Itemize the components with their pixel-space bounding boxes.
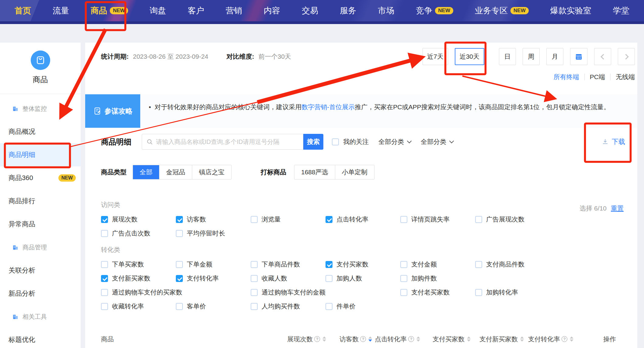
sort-control[interactable]: [520, 336, 524, 342]
table-header-visitors[interactable]: 访客数: [339, 330, 372, 348]
range-button-month[interactable]: 月: [546, 48, 563, 65]
range-button-7d[interactable]: 近7天: [423, 48, 448, 65]
nav-item-academy[interactable]: 学堂: [613, 5, 629, 16]
checkbox-icon: [325, 261, 332, 268]
metric-checkbox[interactable]: 点击转化率: [325, 215, 400, 224]
calendar-button[interactable]: [570, 48, 587, 65]
type-option-all[interactable]: 全部: [133, 165, 159, 179]
nav-item-business-zone[interactable]: 业务专区NEW: [475, 5, 529, 16]
metric-checkbox[interactable]: 展现次数: [101, 215, 176, 224]
sidebar-item-product-ranking[interactable]: 商品排行: [0, 190, 81, 213]
sidebar-item-product-360[interactable]: 商品360NEW: [0, 166, 81, 190]
table-header-impressions[interactable]: 展现次数: [287, 330, 326, 348]
metric-checkbox[interactable]: 平均停留时长: [176, 229, 251, 238]
nav-label: 首页: [15, 5, 31, 16]
sidebar-item-association-analysis[interactable]: 关联分析: [0, 259, 81, 282]
nav-item-service[interactable]: 服务: [340, 5, 356, 16]
nav-item-transactions[interactable]: 交易: [302, 5, 318, 16]
sidebar-group-product-management[interactable]: 商品管理: [0, 236, 81, 259]
nav-item-content[interactable]: 内容: [264, 5, 280, 16]
metric-checkbox[interactable]: 浏览量: [251, 215, 325, 224]
metric-checkbox[interactable]: 广告点击次数: [101, 229, 176, 238]
nav-item-market[interactable]: 市场: [378, 5, 394, 16]
metric-checkbox[interactable]: 支付转化率: [176, 274, 251, 283]
type-option-gold-crown[interactable]: 金冠品: [159, 165, 192, 179]
tag-option-1688-selected[interactable]: 1688严选: [294, 165, 335, 179]
digital-marketing-link[interactable]: 数字营销-首位展示: [301, 103, 355, 110]
range-button-week[interactable]: 周: [523, 48, 540, 65]
help-icon[interactable]: [562, 336, 567, 342]
period-value: 2023-08-26 至 2023-09-24: [133, 52, 208, 61]
download-button[interactable]: 下载: [601, 137, 625, 146]
sidebar-group-related-tools[interactable]: 相关工具: [0, 305, 81, 328]
metric-checkbox[interactable]: 加购转化率: [475, 288, 550, 297]
metric-checkbox[interactable]: 支付商品件数: [475, 260, 550, 269]
sidebar-item-product-detail[interactable]: 商品明细: [0, 143, 81, 166]
metric-checkbox[interactable]: 加购人数: [325, 274, 400, 283]
range-button-day[interactable]: 日: [499, 48, 516, 65]
terminal-pc[interactable]: PC端: [584, 74, 610, 80]
metric-checkbox[interactable]: 访客数: [176, 215, 251, 224]
nav-item-traffic[interactable]: 流量: [53, 5, 69, 16]
nav-item-inquiries[interactable]: 询盘: [150, 5, 166, 16]
nav-item-marketing[interactable]: 营销: [226, 5, 242, 16]
nav-item-customers[interactable]: 客户: [188, 5, 204, 16]
help-icon[interactable]: [314, 336, 320, 342]
metric-checkbox[interactable]: 支付金额: [400, 260, 475, 269]
category-select-2[interactable]: 全部分类: [421, 137, 453, 146]
nav-item-home[interactable]: 首页: [15, 5, 31, 16]
next-page-button[interactable]: [618, 48, 635, 65]
metric-checkbox[interactable]: 支付新买家数: [101, 274, 176, 283]
nav-item-products[interactable]: 商品NEW: [91, 5, 128, 16]
metric-checkbox[interactable]: 下单商品件数: [251, 260, 325, 269]
prev-page-button[interactable]: [594, 48, 611, 65]
search-input[interactable]: [156, 138, 296, 145]
table-header-paying-buyers[interactable]: 支付买家数: [433, 330, 471, 348]
table-header-new-paying-buyers[interactable]: 支付新买家数: [479, 330, 524, 348]
type-option-shop-treasure[interactable]: 镇店之宝: [192, 165, 231, 179]
tag-option-small-order[interactable]: 小单定制: [335, 165, 374, 179]
sort-control[interactable]: [322, 336, 326, 342]
column-label: 操作: [603, 335, 616, 343]
metric-checkbox[interactable]: 收藏人数: [251, 274, 325, 283]
metric-checkbox[interactable]: 支付老买家数: [400, 288, 475, 297]
sort-control[interactable]: [570, 336, 573, 342]
metric-checkbox[interactable]: 客单价: [176, 302, 251, 311]
sort-control[interactable]: [416, 336, 420, 342]
metric-checkbox[interactable]: 件单价: [325, 302, 400, 311]
metric-checkbox[interactable]: 下单金额: [176, 260, 251, 269]
metric-checkbox[interactable]: 支付买家数: [325, 260, 400, 269]
nav-item-hot-lab[interactable]: 爆款实验室: [550, 5, 591, 16]
category-select-1[interactable]: 全部分类: [378, 137, 411, 146]
metric-label: 件单价: [336, 302, 356, 311]
metric-checkbox[interactable]: 详情页跳失率: [400, 215, 475, 224]
search-button[interactable]: 搜索: [303, 134, 323, 150]
metric-checkbox[interactable]: 下单买家数: [101, 260, 176, 269]
metric-label: 广告点击次数: [112, 229, 150, 238]
metric-checkbox[interactable]: 收藏转化率: [101, 302, 176, 311]
sort-control[interactable]: [467, 336, 471, 342]
sidebar-item-title-optimization[interactable]: 标题优化: [0, 328, 81, 348]
sidebar-item-abnormal-products[interactable]: 异常商品: [0, 213, 81, 236]
nav-item-competition[interactable]: 竞争NEW: [416, 5, 453, 16]
sidebar-item-product-overview[interactable]: 商品概况: [0, 120, 81, 143]
sort-control[interactable]: [368, 336, 372, 342]
sidebar-item-new-product-analysis[interactable]: 新品分析: [0, 282, 81, 305]
help-icon[interactable]: [408, 336, 414, 342]
metric-checkbox[interactable]: 人均购买件数: [251, 302, 325, 311]
my-focus-checkbox[interactable]: 我的关注: [332, 137, 369, 146]
table-header-payment-conversion[interactable]: 支付转化率: [528, 330, 573, 348]
metric-checkbox[interactable]: 加购件数: [400, 274, 475, 283]
metric-label: 平均停留时长: [187, 229, 225, 238]
table-header-row: 商品 展现次数 访客数 点击转化率 支付买家数 支付新买家数 支付转化率: [85, 330, 637, 348]
help-icon[interactable]: [360, 336, 366, 342]
terminal-wireless[interactable]: 无线端: [610, 74, 635, 80]
metric-checkbox[interactable]: 通过购物车支付的买家数: [101, 288, 251, 297]
range-button-30d[interactable]: 近30天: [455, 48, 484, 65]
table-header-click-rate[interactable]: 点击转化率: [375, 330, 420, 348]
metric-checkbox[interactable]: 通过购物车支付的金额: [251, 288, 400, 297]
sidebar-group-overall-monitor[interactable]: 整体监控: [0, 97, 81, 120]
metric-checkbox[interactable]: 广告展现次数: [475, 215, 550, 224]
chevron-down-icon: [407, 138, 412, 143]
terminal-all[interactable]: 所有终端: [548, 74, 584, 80]
